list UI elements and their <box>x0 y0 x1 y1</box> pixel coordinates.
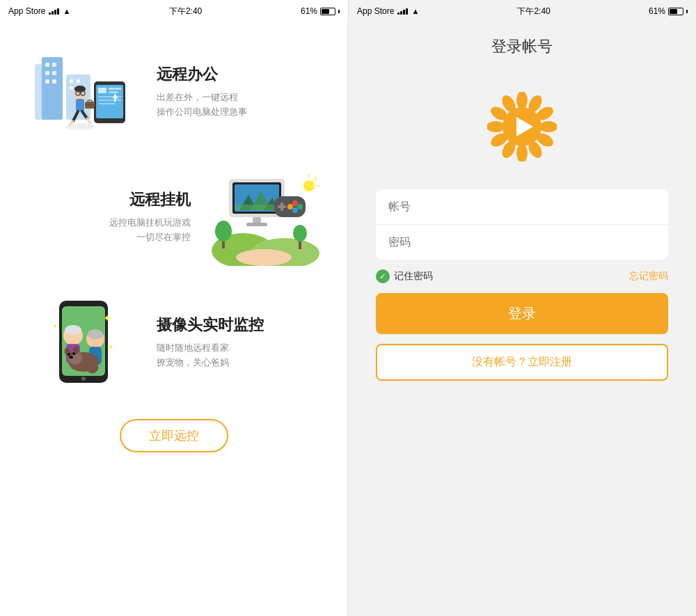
password-input[interactable] <box>376 225 668 260</box>
svg-rect-6 <box>52 71 56 75</box>
svg-text:✦: ✦ <box>103 313 111 324</box>
office-illustration <box>21 40 146 144</box>
svg-point-47 <box>297 204 303 210</box>
account-input[interactable] <box>376 189 668 225</box>
svg-point-85 <box>516 92 528 109</box>
left-panel: 远程办公 出差在外，一键远程操作公司电脑处理急事 <box>0 22 347 616</box>
office-text: 远程办公 出差在外，一键远程操作公司电脑处理急事 <box>146 64 326 120</box>
game-title: 远程挂机 <box>31 189 191 210</box>
svg-point-84 <box>81 377 86 381</box>
right-app-store-label: App Store <box>357 6 394 16</box>
svg-point-94 <box>487 121 505 132</box>
svg-rect-51 <box>280 203 283 211</box>
camera-illustration: ✦ ✦ ✦ <box>21 290 146 395</box>
right-battery-percent: 61% <box>649 6 665 16</box>
svg-text:✦: ✦ <box>52 322 58 330</box>
svg-line-60 <box>315 178 317 180</box>
svg-point-57 <box>293 225 307 242</box>
register-button[interactable]: 没有帐号？立即注册 <box>376 344 668 381</box>
svg-rect-19 <box>98 100 121 101</box>
svg-rect-3 <box>45 63 49 67</box>
battery-icon <box>320 8 335 15</box>
camera-text: 摄像头实时监控 随时随地远程看家撩宠物，关心爸妈 <box>146 315 326 370</box>
svg-rect-7 <box>45 79 49 84</box>
svg-point-35 <box>66 123 94 130</box>
login-button[interactable]: 登录 <box>376 293 668 334</box>
svg-rect-27 <box>76 99 84 111</box>
svg-rect-42 <box>235 205 279 210</box>
right-battery-icon <box>668 8 683 15</box>
logo-area <box>376 71 668 189</box>
game-text: 远程挂机 远控电脑挂机玩游戏一切尽在掌控 <box>21 189 201 245</box>
game-illustration <box>201 165 326 269</box>
right-status-left: App Store ▲ <box>357 6 419 16</box>
right-panel: 登录帐号 <box>348 22 696 616</box>
svg-point-77 <box>68 353 70 356</box>
left-time: 下午2:40 <box>169 6 202 17</box>
feature-remote-game: 远程挂机 远控电脑挂机玩游戏一切尽在掌控 <box>21 161 326 273</box>
svg-rect-15 <box>98 88 106 93</box>
options-row: ✓ 记住密码 忘记密码 <box>376 260 668 293</box>
svg-rect-8 <box>52 79 56 84</box>
left-battery-group: 61% <box>301 6 340 16</box>
left-status-bar: App Store ▲ 下午2:40 61% <box>0 0 348 22</box>
svg-rect-18 <box>98 96 121 97</box>
svg-rect-17 <box>109 91 118 93</box>
feature-remote-office: 远程办公 出差在外，一键远程操作公司电脑处理急事 <box>21 36 326 148</box>
svg-rect-10 <box>77 79 80 83</box>
svg-text:✦: ✦ <box>108 343 113 351</box>
svg-rect-20 <box>98 103 116 104</box>
svg-rect-44 <box>246 223 267 226</box>
signal-icon <box>49 8 59 15</box>
right-time: 下午2:40 <box>517 6 550 17</box>
svg-point-48 <box>287 204 293 210</box>
svg-rect-16 <box>109 88 121 90</box>
app-logo <box>487 92 557 161</box>
svg-line-34 <box>87 118 90 123</box>
right-status-bar: App Store ▲ 下午2:40 61% <box>348 0 696 22</box>
left-battery-percent: 61% <box>301 6 317 16</box>
remember-password-label: 记住密码 <box>394 270 433 283</box>
svg-point-67 <box>65 325 81 335</box>
camera-title: 摄像头实时监控 <box>157 315 316 335</box>
camera-desc: 随时随地远程看家撩宠物，关心爸妈 <box>157 341 316 370</box>
svg-point-88 <box>539 121 557 132</box>
right-signal-icon <box>397 8 408 15</box>
svg-point-91 <box>516 144 528 161</box>
svg-rect-11 <box>70 86 73 90</box>
cta-remote-button[interactable]: 立即远控 <box>120 419 228 452</box>
svg-rect-5 <box>45 71 49 75</box>
game-desc: 远控电脑挂机玩游戏一切尽在掌控 <box>31 216 191 245</box>
forgot-password-link[interactable]: 忘记密码 <box>629 270 668 283</box>
left-app-store-label: App Store <box>8 6 45 16</box>
right-wifi-icon: ▲ <box>411 7 419 15</box>
svg-point-62 <box>236 249 292 266</box>
status-bars: App Store ▲ 下午2:40 61% App Store <box>0 0 696 22</box>
office-desc: 出差在外，一键远程操作公司电脑处理急事 <box>157 90 316 120</box>
remember-password-checkbox[interactable]: ✓ 记住密码 <box>376 269 433 283</box>
login-form <box>376 189 668 260</box>
svg-rect-9 <box>70 79 73 83</box>
svg-point-49 <box>292 207 298 213</box>
right-battery-group: 61% <box>649 6 688 16</box>
svg-point-55 <box>215 221 232 242</box>
login-title: 登录帐号 <box>491 36 553 57</box>
svg-rect-1 <box>42 57 63 120</box>
svg-point-58 <box>303 180 315 191</box>
svg-point-46 <box>292 200 298 206</box>
feature-camera: ✦ ✦ ✦ 摄像头实时监控 随时随地远程看家撩宠物，关心爸妈 <box>21 287 326 398</box>
main-content: 远程办公 出差在外，一键远程操作公司电脑处理急事 <box>0 22 696 616</box>
svg-point-78 <box>72 352 75 355</box>
svg-rect-4 <box>52 63 56 67</box>
check-icon: ✓ <box>376 269 390 283</box>
left-status-left: App Store ▲ <box>8 6 70 16</box>
wifi-icon: ▲ <box>63 7 70 15</box>
svg-point-79 <box>69 356 73 358</box>
svg-point-70 <box>88 329 103 339</box>
office-title: 远程办公 <box>157 64 316 85</box>
